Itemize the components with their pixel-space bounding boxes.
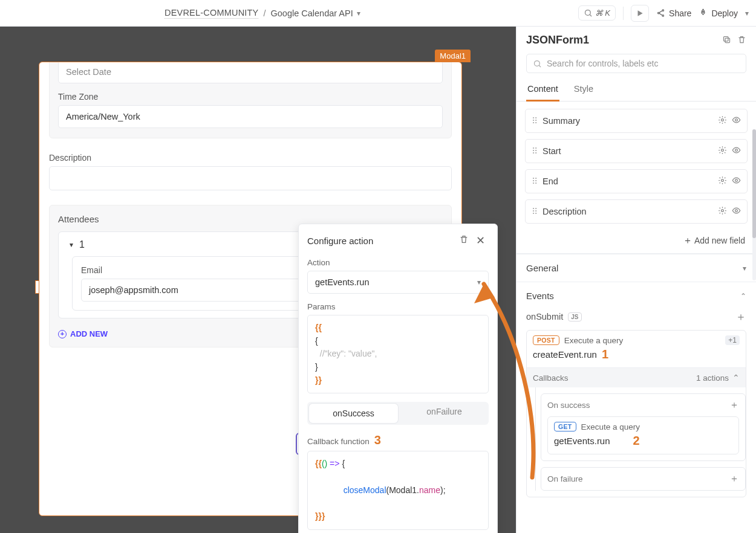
tab-style[interactable]: Style xyxy=(573,79,595,101)
action-type-label: Execute a query xyxy=(564,336,624,345)
configure-action-popover: Configure action ✕ Action getEvents.run … xyxy=(298,224,498,533)
add-failure-action[interactable]: ＋ xyxy=(729,473,739,485)
section-general: General ▾ xyxy=(516,254,756,282)
svg-point-9 xyxy=(735,119,738,121)
date-input[interactable]: Select Date xyxy=(58,62,443,83)
scrollbar-thumb[interactable] xyxy=(752,129,756,238)
action-select-value: getEvents.run xyxy=(315,277,369,287)
add-action-button[interactable]: ＋ xyxy=(735,309,746,324)
svg-point-11 xyxy=(735,149,738,152)
annotation-2: 2 xyxy=(633,434,640,448)
action-name: getEvents.run xyxy=(554,436,610,446)
onsubmit-label: onSubmit xyxy=(526,312,563,321)
delete-icon[interactable] xyxy=(455,233,472,248)
attendees-label: Attendees xyxy=(58,214,443,224)
section-events-label: Events xyxy=(526,291,554,301)
add-success-action[interactable]: ＋ xyxy=(729,399,739,412)
deploy-chevron-icon[interactable]: ▾ xyxy=(745,9,749,18)
on-success-label: On success xyxy=(547,401,590,410)
code-token: => xyxy=(327,459,342,468)
eye-icon[interactable] xyxy=(732,206,741,217)
js-toggle[interactable]: JS xyxy=(568,312,581,321)
code-token: {{ xyxy=(315,459,322,468)
callbacks-label: Callbacks xyxy=(533,373,569,383)
panel-tabs: Content Style xyxy=(516,79,756,102)
description-input[interactable] xyxy=(49,166,452,190)
widget-title[interactable]: JSONForm1 xyxy=(526,34,722,47)
callback-tabs: onSuccess onFailure xyxy=(307,402,489,425)
field-label: Summary xyxy=(543,116,580,126)
add-field-button[interactable]: ＋ Add new field xyxy=(516,230,756,254)
svg-point-8 xyxy=(722,119,724,121)
action-name: createEvent.run xyxy=(533,349,597,360)
section-events: Events ⌃ onSubmit JS ＋ POST Execute a xyxy=(516,282,756,507)
action-type-label: Execute a query xyxy=(581,422,640,431)
breadcrumb-app[interactable]: Google Calendar API ▾ xyxy=(271,8,360,18)
svg-point-1 xyxy=(662,10,664,11)
params-code-input[interactable]: {{ { //"key": "value", } }} xyxy=(307,315,489,393)
section-general-toggle[interactable]: General ▾ xyxy=(516,254,756,282)
share-icon xyxy=(656,8,665,18)
annotation-3: 3 xyxy=(374,433,381,447)
gear-icon[interactable] xyxy=(718,115,727,126)
on-failure-label: On failure xyxy=(547,474,583,483)
chevron-down-icon: ▾ xyxy=(477,278,481,286)
eye-icon[interactable] xyxy=(732,176,741,187)
eye-icon[interactable] xyxy=(732,146,741,157)
svg-point-3 xyxy=(662,15,664,17)
gear-icon[interactable] xyxy=(718,176,727,187)
code-token: {{ xyxy=(315,323,322,332)
on-failure-card: On failure ＋ xyxy=(541,467,746,491)
search-icon xyxy=(584,8,593,18)
field-item-start[interactable]: ⠿ Start xyxy=(525,139,748,163)
search-icon xyxy=(533,59,542,68)
copy-icon[interactable] xyxy=(722,35,731,46)
panel-search-input[interactable]: Search for controls, labels etc xyxy=(526,54,746,73)
code-token: (Modal1. xyxy=(386,485,419,495)
on-success-card: On success ＋ GET Execute a query xyxy=(541,393,746,461)
widget-name-tag[interactable]: Modal1 xyxy=(435,50,471,62)
tab-content[interactable]: Content xyxy=(526,79,559,102)
badge-plus1: +1 xyxy=(725,335,740,345)
code-token: ); xyxy=(440,485,446,495)
close-icon[interactable]: ✕ xyxy=(472,233,489,248)
code-token: } xyxy=(315,361,481,374)
timezone-input[interactable]: America/New_York xyxy=(58,105,443,128)
callback-code-input[interactable]: {{() => { closeModal(Modal1.name); }}} xyxy=(307,451,489,529)
callbacks-toggle[interactable]: Callbacks 1 actions ⌃ xyxy=(527,367,746,387)
deploy-button[interactable]: Deploy xyxy=(699,8,738,18)
divider xyxy=(623,7,624,20)
code-token: //"key": "value", xyxy=(315,347,481,361)
play-icon xyxy=(636,9,644,18)
action-select[interactable]: getEvents.run ▾ xyxy=(307,271,489,294)
action-card-createevent[interactable]: POST Execute a query +1 createEvent.run … xyxy=(526,330,746,497)
delete-icon[interactable] xyxy=(737,35,746,46)
eye-icon[interactable] xyxy=(732,115,741,126)
action-card-getevents[interactable]: GET Execute a query getEvents.run 2 xyxy=(547,416,739,454)
svg-point-13 xyxy=(735,179,738,182)
grip-icon: ⠿ xyxy=(532,147,538,155)
code-token: { xyxy=(342,459,345,468)
breadcrumb-app-label: Google Calendar API xyxy=(271,8,353,18)
timezone-label: Time Zone xyxy=(58,92,443,102)
gear-icon[interactable] xyxy=(718,206,727,217)
method-pill-post: POST xyxy=(533,335,559,345)
chevron-up-icon: ⌃ xyxy=(740,292,746,300)
tab-onfailure[interactable]: onFailure xyxy=(400,402,489,425)
breadcrumb-workspace[interactable]: DEVREL-COMMUNITY xyxy=(165,8,258,19)
gear-icon[interactable] xyxy=(718,146,727,157)
share-button[interactable]: Share xyxy=(656,8,691,18)
tab-onsuccess[interactable]: onSuccess xyxy=(309,404,398,423)
field-item-summary[interactable]: ⠿ Summary xyxy=(525,109,748,133)
method-pill-get: GET xyxy=(554,422,576,431)
field-label: Description xyxy=(543,207,587,216)
field-label: Start xyxy=(543,146,561,156)
callbacks-body: On success ＋ GET Execute a query xyxy=(535,387,746,491)
run-button[interactable] xyxy=(631,5,649,22)
top-right-controls: ⌘ K Share Deploy ▾ xyxy=(578,5,749,22)
search-command-button[interactable]: ⌘ K xyxy=(578,5,616,21)
field-item-end[interactable]: ⠿ End xyxy=(525,169,748,193)
add-new-label: ADD NEW xyxy=(70,329,108,338)
field-item-description[interactable]: ⠿ Description xyxy=(525,199,748,224)
section-events-toggle[interactable]: Events ⌃ xyxy=(516,282,756,309)
